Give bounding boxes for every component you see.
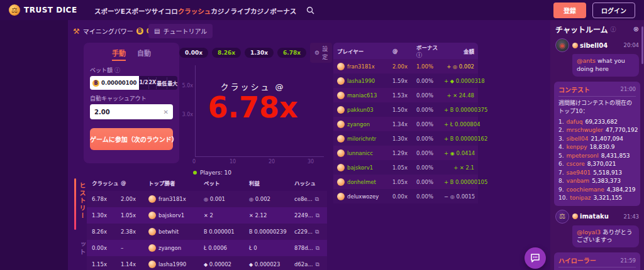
search-icon[interactable] xyxy=(306,6,314,14)
bonus-info-icon[interactable]: ⓘ xyxy=(416,52,422,58)
game-area: ⚒ マイニングパワー B 0.0000 ▤ チュートリアル 手動 自動 ベット額… xyxy=(68,20,550,270)
nav-item[interactable]: Eスポーツ xyxy=(121,8,152,15)
coin-icon: ◎ xyxy=(249,197,253,202)
winner-name: bajskorv1 xyxy=(158,212,184,219)
info-icon[interactable]: ⓘ xyxy=(114,66,120,74)
auto-cashout-label: 自動キャッシュアウト xyxy=(90,94,147,102)
history-row[interactable]: 1.30x 1.05x bajskorv1 ✕ 2 ✕ 2.12 2249...… xyxy=(87,207,327,224)
player-row[interactable]: maniac613 1.53x 0.00% + ✕ 24.48 xyxy=(333,88,478,102)
contest-rank: 9. xyxy=(558,186,564,195)
nav-item[interactable]: スポーツ xyxy=(94,8,121,15)
bet-amount-value: 0.00000100 xyxy=(101,80,136,86)
avatar: ◉ xyxy=(555,38,569,52)
contest-player[interactable]: kenppy xyxy=(567,143,587,152)
nav-item[interactable]: カジノ xyxy=(211,8,230,15)
tab-history[interactable]: ヒストリー xyxy=(77,182,87,220)
join-game-button[interactable]: ゲームに参加（次のラウンド） xyxy=(90,128,173,150)
player-row[interactable]: zyangon 1.34x 0.00% + Ł 0.000804 xyxy=(333,117,478,131)
nav-item[interactable]: サイコロ xyxy=(152,8,178,15)
message-bubble: @ants what you doing here xyxy=(572,54,639,77)
copy-icon[interactable]: ⧉ xyxy=(316,261,319,268)
copy-icon[interactable]: ⧉ xyxy=(316,245,319,252)
contest-rank: 6. xyxy=(558,160,564,169)
auto-cashout-value: 2.00 xyxy=(94,109,110,116)
settings-label: 設定 xyxy=(322,45,328,61)
bet-amount-label: ベット額 xyxy=(90,66,113,74)
history-row[interactable]: 8.26x 2.38x betwhit B 0.000001 B 0.00000… xyxy=(87,224,327,240)
bet-quick-button[interactable]: 2X xyxy=(148,77,157,89)
login-button[interactable]: ログイン xyxy=(592,3,635,18)
crash-value: 1.15x xyxy=(92,261,121,267)
player-bonus: 0.00% xyxy=(416,136,444,142)
player-row[interactable]: lasha1990 1.59x 0.00% + ◆ 0.0000318 xyxy=(333,73,478,88)
nav-item[interactable]: ボーナス xyxy=(270,8,296,15)
player-amount: + B 0.00000105 xyxy=(444,179,487,185)
tutorial-button[interactable]: ▤ チュートリアル xyxy=(148,24,213,38)
history-row[interactable]: 0.00x – zyangon Ł 0.0006 Ł 0 878d...⧉ xyxy=(87,240,327,256)
player-avatar xyxy=(337,63,345,70)
crash-value: 8.26x xyxy=(92,229,121,235)
history-chip[interactable]: 0.00x xyxy=(179,48,208,58)
chat-close-icon[interactable]: ⊗ xyxy=(633,25,639,33)
mining-power-label: マイニングパワー xyxy=(83,26,133,36)
nav-item[interactable]: ライブカジノ xyxy=(231,8,270,15)
clear-icon[interactable]: ✕ xyxy=(164,109,169,116)
player-row[interactable]: deluxwozey 0.00x 0.00% − ◎ 0.0015 xyxy=(333,189,478,203)
highroller-body: grisinger が勝利 ⚄Dice ◉54.8172 xyxy=(558,267,636,270)
nav-item[interactable]: クラッシュ xyxy=(178,8,211,15)
bet-amount-input[interactable]: B 0.00000100 xyxy=(90,76,139,90)
player-row[interactable]: lunnanicc 1.29x 0.00% + ◉ 0.0414 xyxy=(333,146,478,160)
coin-icon: B xyxy=(450,180,454,185)
contest-score: 21,407,094 xyxy=(591,135,624,144)
contest-player[interactable]: mrschwugler xyxy=(567,126,603,135)
player-row[interactable]: pakkun03 1.50x 0.00% + B 0.00000375 xyxy=(333,102,478,117)
player-row[interactable]: donhelmet 1.05x 0.00% + B 0.00000105 xyxy=(333,175,478,189)
history-chip[interactable]: 6.78x xyxy=(277,48,306,58)
history-row[interactable]: 1.15x 1.14x lasha1990 ◆ 0.00002 ◆ 0.0000… xyxy=(87,256,327,270)
col-hash: ハッシュ xyxy=(294,179,322,186)
tab-manual[interactable]: 手動 xyxy=(112,48,126,61)
settings-button[interactable]: ⚙ 設定 xyxy=(310,43,332,63)
highroller-time: 21:59 xyxy=(621,257,636,264)
chat-bubble-button[interactable] xyxy=(525,247,546,269)
col-at: @ xyxy=(121,180,148,186)
tab-auto[interactable]: 自動 xyxy=(137,48,151,61)
player-row[interactable]: bajskorv1 1.05x 0.00% + ✕ 2.1 xyxy=(333,160,478,175)
copy-icon[interactable]: ⧉ xyxy=(316,212,319,219)
winner-avatar xyxy=(148,244,156,252)
chat-scrollbar[interactable] xyxy=(641,26,643,64)
player-row[interactable]: milorichntr 1.30x 0.00% + B 0.00000162 xyxy=(333,131,478,146)
player-avatar xyxy=(337,92,345,99)
contest-player[interactable]: dafuq xyxy=(567,118,583,127)
contest-player[interactable]: sae9401 xyxy=(567,169,591,178)
register-button[interactable]: 登録 xyxy=(553,3,586,18)
history-chip[interactable]: 1.30x xyxy=(245,48,274,58)
contest-score: 4,384,219 xyxy=(607,186,636,195)
auto-cashout-input[interactable]: 2.00 ✕ xyxy=(90,104,173,119)
chat-info-icon[interactable]: ⓘ xyxy=(611,25,616,33)
history-chip[interactable]: 8.26x xyxy=(212,48,241,58)
contest-player[interactable]: cscore xyxy=(567,160,585,169)
bet-quick-button[interactable]: 最低 xyxy=(156,77,167,89)
players-table: プレイヤー @ ボーナス ⓘ 金額 fran3181x 2.00x 1.00% … xyxy=(333,43,478,203)
coin-icon: ✕ xyxy=(460,165,464,171)
brand-logo[interactable]: ⚖ TRUST DICE xyxy=(0,4,82,16)
coin-icon: Ł xyxy=(249,246,252,251)
coin-icon: ◆ xyxy=(450,78,454,84)
contest-player[interactable]: coochiemane xyxy=(567,186,604,195)
contest-player[interactable]: sibell04 xyxy=(567,135,589,144)
player-bonus: 0.00% xyxy=(416,165,444,171)
coin-icon: ◆ xyxy=(204,262,208,267)
contest-player[interactable]: vanbam xyxy=(567,177,590,186)
contest-player[interactable]: tonipaz xyxy=(570,194,591,203)
player-avatar xyxy=(337,178,345,186)
copy-icon[interactable]: ⧉ xyxy=(315,196,319,203)
contest-player[interactable]: mpetersonl xyxy=(567,152,599,161)
bet-quick-button[interactable]: 最大 xyxy=(167,77,177,89)
copy-icon[interactable]: ⧉ xyxy=(315,229,319,235)
history-row[interactable]: 6.78x 2.00x fran3181x ◎ 0.001 ◎ 0.002 ce… xyxy=(87,191,327,207)
bet-quick-button[interactable]: 1/2 xyxy=(139,77,148,89)
contest-score: 8,431,853 xyxy=(601,152,630,161)
player-row[interactable]: fran3181x 2.00x 1.00% + ◎ 0.002 xyxy=(333,59,478,73)
winner-name: zyangon xyxy=(158,245,181,251)
